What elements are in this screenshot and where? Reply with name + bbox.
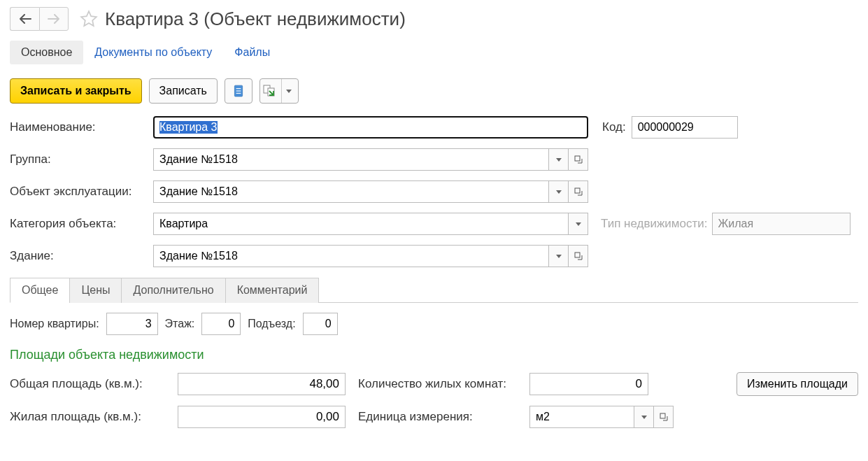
arrow-right-icon xyxy=(48,14,60,24)
top-nav-tabs: Основное Документы по объекту Файлы xyxy=(10,41,858,64)
row-category: Категория объекта: Тип недвижимости: xyxy=(10,213,858,235)
living-area-input[interactable] xyxy=(178,406,346,428)
nav-history-group xyxy=(10,7,69,31)
unit-label: Единица измерения: xyxy=(358,410,529,424)
chevron-down-icon xyxy=(556,190,562,194)
report-button[interactable] xyxy=(225,78,252,104)
nav-back-btn[interactable] xyxy=(10,7,39,31)
change-areas-button[interactable]: Изменить площади xyxy=(737,372,858,396)
create-linked-icon xyxy=(263,85,277,97)
document-icon xyxy=(232,85,245,97)
subtab-prices[interactable]: Цены xyxy=(69,278,122,303)
building-open-btn[interactable] xyxy=(569,245,588,267)
svg-rect-7 xyxy=(575,188,580,193)
open-icon xyxy=(574,252,583,260)
exploitation-open-btn[interactable] xyxy=(569,180,588,203)
tab-files[interactable]: Файлы xyxy=(223,41,281,64)
save-close-button[interactable]: Записать и закрыть xyxy=(10,78,142,104)
unit-input-wrap xyxy=(529,406,674,428)
chevron-down-icon xyxy=(556,255,562,258)
floor-input[interactable] xyxy=(201,313,241,335)
total-area-label: Общая площадь (кв.м.): xyxy=(10,377,178,391)
arrow-left-icon xyxy=(19,14,31,24)
sub-tabs: Общее Цены Дополнительно Комментарий xyxy=(10,277,858,303)
chevron-down-icon xyxy=(556,158,562,162)
category-dropdown-btn[interactable] xyxy=(569,213,588,235)
rooms-label: Количество жилых комнат: xyxy=(358,377,529,391)
code-label: Код: xyxy=(602,120,626,134)
row-exploitation: Объект эксплуатации: xyxy=(10,180,858,203)
code-input[interactable] xyxy=(632,116,738,139)
unit-open-btn[interactable] xyxy=(654,406,674,428)
row-group: Группа: xyxy=(10,148,858,171)
save-button[interactable]: Записать xyxy=(149,78,218,104)
unit-input[interactable] xyxy=(529,406,634,428)
floor-label: Этаж: xyxy=(165,318,195,330)
dropdown-caret-icon xyxy=(281,79,292,103)
row-building: Здание: xyxy=(10,245,858,267)
group-label: Группа: xyxy=(10,153,153,166)
exploitation-dropdown-btn[interactable] xyxy=(549,180,569,203)
name-input[interactable] xyxy=(153,116,588,139)
areas-section-title: Площади объекта недвижимости xyxy=(10,348,858,362)
building-dropdown-btn[interactable] xyxy=(549,245,569,267)
favorite-star-icon[interactable] xyxy=(77,7,101,31)
open-icon xyxy=(574,155,583,164)
tab-documents[interactable]: Документы по объекту xyxy=(83,41,223,64)
realty-type-label: Тип недвижимости: xyxy=(601,217,708,231)
apt-no-input[interactable] xyxy=(106,313,158,335)
svg-rect-8 xyxy=(575,253,580,257)
group-input[interactable] xyxy=(153,148,549,171)
create-based-button[interactable] xyxy=(259,78,299,104)
row-total-area: Общая площадь (кв.м.): Количество жилых … xyxy=(10,372,858,396)
entrance-label: Подъезд: xyxy=(248,318,295,330)
name-label: Наименование: xyxy=(10,120,153,134)
building-input[interactable] xyxy=(153,245,549,267)
category-input[interactable] xyxy=(153,213,569,235)
unit-dropdown-btn[interactable] xyxy=(634,406,654,428)
apt-no-label: Номер квартиры: xyxy=(10,318,99,330)
exploitation-input[interactable] xyxy=(153,180,549,203)
realty-type-input xyxy=(712,213,851,235)
building-label: Здание: xyxy=(10,249,153,263)
entrance-input[interactable] xyxy=(303,313,338,335)
nav-forward-btn[interactable] xyxy=(39,7,69,31)
header: Квартира 3 (Объект недвижимости) xyxy=(10,7,858,31)
category-label: Категория объекта: xyxy=(10,217,153,231)
building-input-wrap xyxy=(153,245,588,267)
group-open-btn[interactable] xyxy=(569,148,588,171)
toolbar: Записать и закрыть Записать xyxy=(10,78,858,104)
row-living-area: Жилая площадь (кв.м.): Единица измерения… xyxy=(10,406,858,428)
row-name-code: Наименование: Код: xyxy=(10,116,858,139)
category-input-wrap xyxy=(153,213,588,235)
svg-rect-9 xyxy=(660,413,665,418)
svg-rect-6 xyxy=(575,156,580,161)
exploitation-label: Объект эксплуатации: xyxy=(10,185,153,199)
group-dropdown-btn[interactable] xyxy=(549,148,569,171)
exploitation-input-wrap xyxy=(153,180,588,203)
subtab-comment[interactable]: Комментарий xyxy=(225,278,320,303)
open-icon xyxy=(574,187,583,196)
rooms-input[interactable] xyxy=(529,373,648,395)
chevron-down-icon xyxy=(576,222,581,226)
subtab-additional[interactable]: Дополнительно xyxy=(121,278,225,303)
total-area-input[interactable] xyxy=(178,373,346,395)
chevron-down-icon xyxy=(641,416,647,419)
tab-main[interactable]: Основное xyxy=(10,41,83,64)
living-area-label: Жилая площадь (кв.м.): xyxy=(10,410,178,424)
page-title: Квартира 3 (Объект недвижимости) xyxy=(105,8,406,30)
group-input-wrap xyxy=(153,148,588,171)
row-apartment-details: Номер квартиры: Этаж: Подъезд: xyxy=(10,313,858,335)
subtab-general[interactable]: Общее xyxy=(10,278,70,303)
open-icon xyxy=(660,413,668,421)
